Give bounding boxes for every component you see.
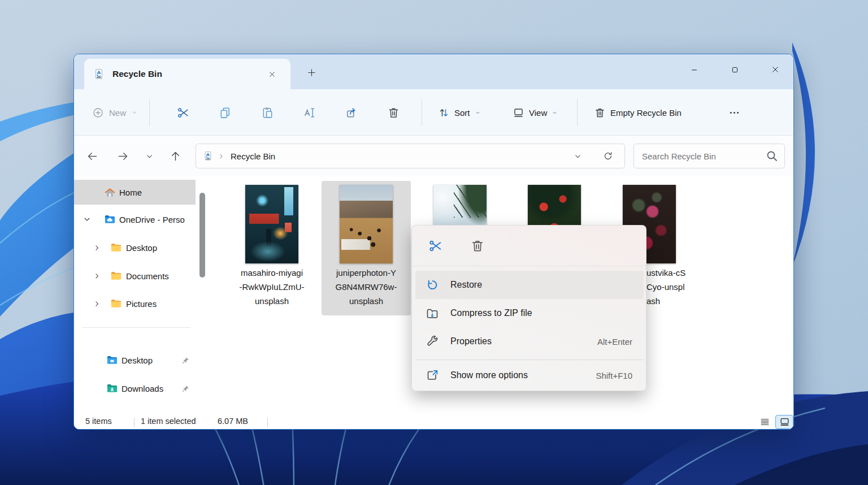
search-box <box>633 144 785 168</box>
share-icon <box>345 106 358 119</box>
desktop-folder-icon <box>106 355 118 365</box>
onedrive-folder-icon <box>104 214 116 224</box>
list-lines-icon <box>760 417 770 427</box>
sidebar-item-label: Downloads <box>121 384 163 393</box>
details-view-button[interactable] <box>756 415 774 429</box>
view-button-label: View <box>529 108 547 118</box>
trash-icon <box>387 106 400 119</box>
refresh-icon[interactable] <box>598 146 618 166</box>
item-count: 5 items <box>85 417 112 426</box>
chevron-right-icon[interactable] <box>93 244 103 252</box>
copy-button[interactable] <box>212 100 237 125</box>
close-icon[interactable] <box>762 60 788 79</box>
file-name[interactable]: masahiro-miyagi -RwkWpIuLZmU- unsplash <box>234 266 310 308</box>
empty-recycle-bin-label: Empty Recycle Bin <box>610 108 682 118</box>
sidebar-scrollbar-thumb[interactable] <box>199 193 205 278</box>
menu-item-properties[interactable]: Properties Alt+Enter <box>415 327 644 356</box>
empty-recycle-bin-button[interactable]: Empty Recycle Bin <box>589 101 686 124</box>
menu-item-compress-zip[interactable]: Compress to ZIP file <box>415 299 644 327</box>
breadcrumb-recycle-bin[interactable]: Recycle Bin <box>231 151 275 161</box>
minimize-icon[interactable] <box>681 60 707 79</box>
folder-icon <box>110 298 122 309</box>
menu-item-label: Compress to ZIP file <box>450 308 532 318</box>
menu-item-restore[interactable]: Restore <box>415 271 644 299</box>
rename-icon <box>303 106 316 119</box>
delete-button[interactable] <box>466 235 489 257</box>
pin-icon <box>181 384 190 393</box>
ellipsis-icon <box>728 107 740 119</box>
address-dropdown-chevron-icon[interactable] <box>568 146 587 166</box>
toolbar-divider <box>422 99 422 126</box>
paste-icon <box>261 106 274 119</box>
selection-count: 1 item selected <box>141 417 196 426</box>
back-icon[interactable] <box>81 145 103 167</box>
sidebar-item-pictures[interactable]: Pictures <box>74 291 196 316</box>
rename-button[interactable] <box>297 100 322 125</box>
new-button[interactable]: New <box>89 101 141 124</box>
paste-button[interactable] <box>255 100 280 125</box>
home-icon <box>104 187 116 197</box>
sort-button[interactable]: Sort <box>433 101 485 124</box>
tab-recycle-bin[interactable]: Recycle Bin <box>84 59 290 89</box>
scissors-icon <box>428 239 443 253</box>
menu-item-label: Restore <box>450 280 482 290</box>
tab-title: Recycle Bin <box>112 69 162 79</box>
see-more-button[interactable] <box>722 100 747 125</box>
sidebar-item-label: Documents <box>126 271 169 281</box>
sidebar-item-documents[interactable]: Documents <box>74 263 196 288</box>
tab-strip: Recycle Bin <box>74 54 793 89</box>
explorer-content: Home OneDrive - Perso Desktop <box>74 176 793 414</box>
menu-item-label: Properties <box>450 336 492 347</box>
tab-close-icon[interactable] <box>264 66 280 82</box>
copy-icon <box>219 106 232 119</box>
restore-icon <box>426 278 440 292</box>
chevron-down-icon <box>475 110 481 116</box>
chevron-right-icon[interactable] <box>93 272 103 280</box>
status-divider <box>134 418 134 427</box>
cut-button[interactable] <box>424 235 447 257</box>
search-icon <box>765 149 779 163</box>
breadcrumb-chevron-icon <box>218 153 225 160</box>
menu-item-show-more-options[interactable]: Show more options Shift+F10 <box>415 361 644 389</box>
sidebar-item-desktop[interactable]: Desktop <box>74 235 196 260</box>
recent-locations-chevron-icon[interactable] <box>138 145 160 167</box>
forward-icon[interactable] <box>112 145 133 167</box>
sidebar-item-label: OneDrive - Perso <box>119 215 196 224</box>
share-button[interactable] <box>339 100 364 125</box>
chevron-down-icon <box>131 109 138 116</box>
cut-button[interactable] <box>171 100 196 125</box>
sidebar-item-desktop-pinned[interactable]: Desktop <box>74 348 196 373</box>
new-button-label: New <box>109 108 126 118</box>
menu-divider <box>415 360 644 360</box>
chevron-down-icon[interactable] <box>83 215 93 223</box>
large-thumbnails-view-button[interactable] <box>775 415 793 429</box>
chevron-right-icon[interactable] <box>93 300 103 308</box>
file-thumbnail-juniperphoton[interactable] <box>340 185 393 263</box>
sidebar-item-home[interactable]: Home <box>74 180 196 205</box>
maximize-icon[interactable] <box>722 60 748 79</box>
pin-icon <box>181 356 190 365</box>
zip-folder-icon <box>426 306 440 320</box>
sidebar-item-downloads[interactable]: Downloads <box>74 376 196 401</box>
menu-item-shortcut: Alt+Enter <box>597 337 632 347</box>
menu-item-shortcut: Shift+F10 <box>596 371 632 380</box>
file-name[interactable]: ustvika-cS Cyo-unspl ash <box>646 266 703 308</box>
delete-button[interactable] <box>381 100 406 125</box>
sidebar-item-label: Desktop <box>121 356 153 365</box>
file-thumbnail-masahiro-miyagi[interactable] <box>245 185 298 263</box>
chevron-down-icon <box>552 110 558 116</box>
view-button[interactable]: View <box>508 101 562 124</box>
sort-arrows-icon <box>438 107 450 119</box>
search-input[interactable] <box>634 144 784 168</box>
new-tab-icon[interactable] <box>301 63 322 81</box>
file-name[interactable]: juniperphoton-Y G8N4MRW76w- unsplash <box>328 266 404 308</box>
trash-icon <box>594 107 606 119</box>
sidebar-item-label: Home <box>119 188 142 197</box>
up-icon[interactable] <box>164 145 186 167</box>
plus-circle-icon <box>92 107 104 119</box>
address-bar[interactable]: Recycle Bin <box>196 144 625 168</box>
scissors-icon <box>177 106 190 119</box>
sidebar-item-onedrive[interactable]: OneDrive - Perso <box>74 207 196 232</box>
thumbnail-view-icon <box>779 417 790 427</box>
view-layout-icon <box>513 107 524 119</box>
